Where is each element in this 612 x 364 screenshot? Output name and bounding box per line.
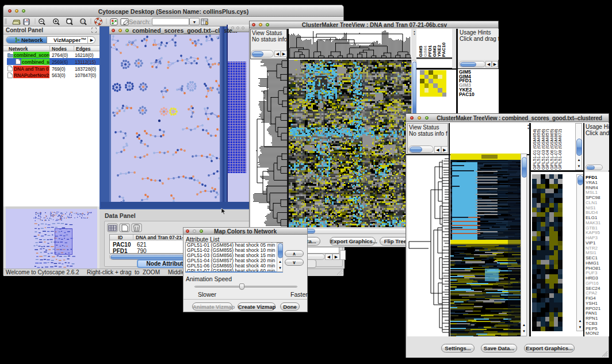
svg-text:1:1: 1:1 — [81, 20, 85, 23]
